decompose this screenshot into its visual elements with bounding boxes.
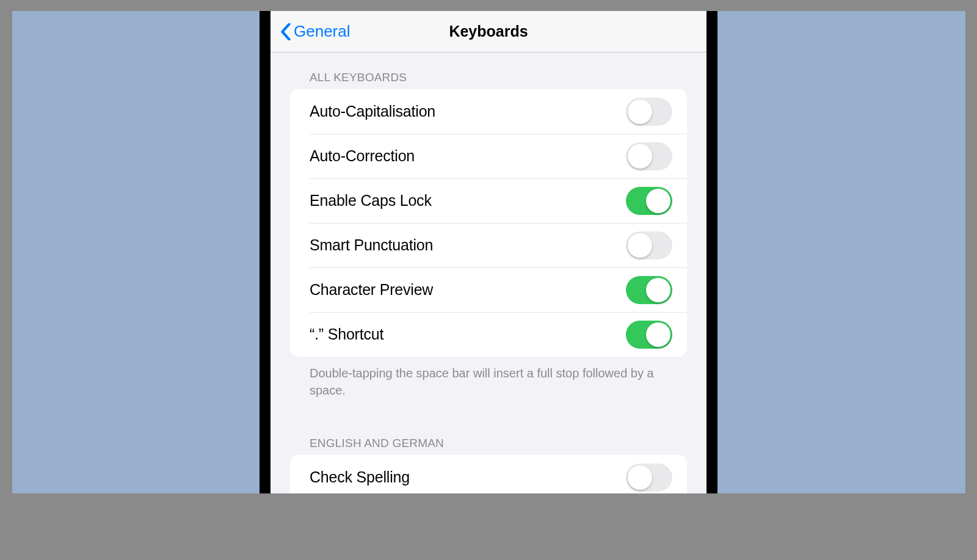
row-label: Character Preview	[310, 281, 433, 299]
toggle-knob	[646, 322, 670, 347]
settings-screen: General Keyboards ALL KEYBOARDS Auto-Cap…	[271, 11, 706, 493]
page-title: Keyboards	[449, 23, 528, 40]
row-label: Enable Caps Lock	[310, 192, 432, 209]
section-footer-all-keyboards: Double-tapping the space bar will insert…	[310, 365, 667, 399]
row-label: Auto-Capitalisation	[310, 103, 435, 120]
navigation-bar: General Keyboards	[271, 11, 706, 53]
row-character-preview: Character Preview	[290, 267, 687, 312]
toggle-auto-correction[interactable]	[626, 142, 672, 170]
row-dot-shortcut: “.” Shortcut	[290, 312, 687, 357]
row-label: “.” Shortcut	[310, 325, 383, 343]
row-label: Auto-Correction	[310, 147, 415, 165]
chevron-left-icon	[280, 23, 291, 40]
toggle-auto-capitalisation[interactable]	[626, 98, 672, 126]
toggle-dot-shortcut[interactable]	[626, 321, 672, 349]
toggle-knob	[628, 100, 652, 124]
page-background: General Keyboards ALL KEYBOARDS Auto-Cap…	[12, 11, 965, 493]
phone-frame: General Keyboards ALL KEYBOARDS Auto-Cap…	[260, 11, 717, 493]
toggle-knob	[628, 144, 652, 169]
toggle-enable-caps-lock[interactable]	[626, 187, 672, 215]
back-button[interactable]: General	[280, 22, 350, 41]
toggle-smart-punctuation[interactable]	[626, 231, 672, 260]
toggle-knob	[628, 233, 652, 258]
section-header-lang: ENGLISH AND GERMAN	[310, 437, 687, 450]
row-auto-capitalisation: Auto-Capitalisation	[290, 89, 687, 134]
row-label: Check Spelling	[310, 468, 410, 486]
toggle-check-spelling[interactable]	[626, 464, 672, 492]
row-check-spelling: Check Spelling	[290, 455, 687, 493]
row-smart-punctuation: Smart Punctuation	[290, 223, 687, 267]
group-all-keyboards: Auto-Capitalisation Auto-Correction Enab…	[290, 89, 687, 357]
section-header-all-keyboards: ALL KEYBOARDS	[310, 71, 687, 84]
toggle-knob	[646, 278, 670, 302]
toggle-character-preview[interactable]	[626, 276, 672, 304]
toggle-knob	[646, 189, 670, 213]
group-lang: Check Spelling	[290, 455, 687, 493]
row-auto-correction: Auto-Correction	[290, 134, 687, 178]
spacer	[290, 399, 687, 418]
row-enable-caps-lock: Enable Caps Lock	[290, 178, 687, 223]
content-area: ALL KEYBOARDS Auto-Capitalisation Auto-C…	[271, 53, 706, 493]
back-label: General	[294, 22, 350, 41]
toggle-knob	[628, 465, 652, 490]
row-label: Smart Punctuation	[310, 236, 433, 254]
